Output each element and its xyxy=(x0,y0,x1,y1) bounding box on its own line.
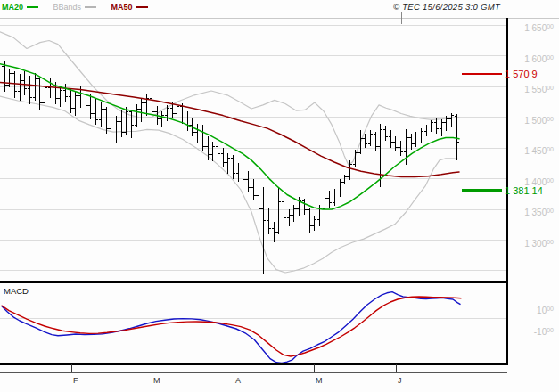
legend-ma20-label: MA20 xyxy=(2,3,23,12)
chart-canvas xyxy=(0,0,559,392)
legend-item-bbands: BBands xyxy=(53,3,104,12)
stock-chart-page: MA20 BBands MA50 © TEC 15/6/2025 3:0 GMT… xyxy=(0,0,559,392)
macd-line xyxy=(2,292,460,363)
legend-item-ma20: MA20 xyxy=(2,3,45,12)
legend-bbands-label: BBands xyxy=(53,3,82,12)
bbands-line-swatch xyxy=(85,6,96,8)
chart-legend: MA20 BBands MA50 xyxy=(2,3,160,12)
copyright-watermark: © TEC 15/6/2025 3:0 GMT xyxy=(393,2,500,12)
bollinger-lower-band xyxy=(0,96,459,273)
macd-panel-label: MACD xyxy=(4,286,29,296)
ma50-line-swatch xyxy=(136,6,148,8)
ma20-line-swatch xyxy=(27,6,38,8)
legend-item-ma50: MA50 xyxy=(111,3,155,12)
macd-signal-line xyxy=(2,297,461,356)
legend-ma50-label: MA50 xyxy=(111,3,133,12)
